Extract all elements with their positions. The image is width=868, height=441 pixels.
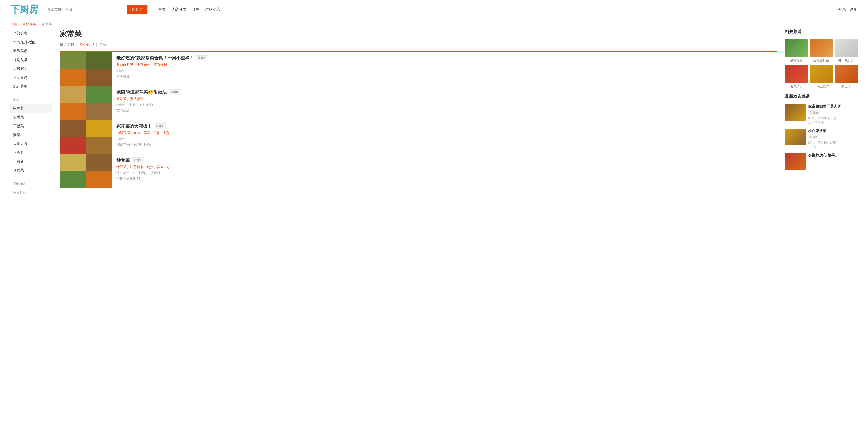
recipe-info-2: 素囧50道家常菜😊附做法 步骤图 家常菜、家常调料 3 做过 （七天内 1 人做…: [112, 86, 777, 120]
recipe-meta-2: 3 做过 （七天内 1 人做过）: [117, 103, 772, 107]
sidebar-item-weekly[interactable]: 本周最受欢迎: [10, 38, 52, 47]
related-thumb-5: [810, 65, 833, 83]
breadcrumb-allcat[interactable]: 全部分类: [22, 22, 36, 26]
recipe-thumb-4: [60, 154, 112, 188]
recipe-badge-2: 步骤图: [169, 89, 181, 95]
latest-recipe-title-1: 家常菜鲳鱼干蒸肉饼: [808, 104, 858, 109]
logo-fang: 房: [29, 4, 38, 14]
filter-popular[interactable]: 最受欢迎: [80, 43, 94, 47]
sidebar-item-allcat[interactable]: 全部分类: [10, 29, 52, 38]
sidebar-item-homecook[interactable]: 家常菜: [10, 104, 52, 113]
logo-xia: 下: [10, 4, 20, 14]
recipe-list: 最好吃的9款家常菜合集！一周不重样！ 步骤图 番茄肉片汤、土豆肉丝、葱香虾球、……: [60, 52, 777, 188]
related-item-5[interactable]: 干锅土豆片: [810, 65, 833, 89]
recipe-thumb-1: [60, 52, 112, 86]
latest-author-2: 下用户f: [808, 145, 858, 149]
recipe-ingredients-1: 番茄肉片汤、土豆肉丝、葱香虾球、…: [117, 63, 772, 67]
recipe-meta-4: 综合评分 8.3 （七天内 1 人做过）: [117, 171, 772, 175]
breadcrumb-current: 家常菜: [42, 22, 52, 26]
sidebar-item-drinkdish[interactable]: 下酒菜: [10, 148, 52, 157]
sidebar-item-bigfish[interactable]: 大鱼大肉: [10, 139, 52, 148]
breadcrumb-home[interactable]: 首页: [10, 22, 17, 26]
recipe-meta-3: 1 做过: [117, 137, 772, 141]
sidebar-item-headlines[interactable]: 往期头条: [10, 56, 52, 64]
latest-info-2: 小白家常菜 步骤图 鸡蛋、西红柿、胡萝… 下用户f: [808, 129, 858, 149]
related-label-5: 干锅土豆片: [810, 84, 833, 89]
latest-thumb-1: [785, 104, 806, 121]
recipe-meta-1: 3 做过: [117, 69, 772, 73]
filter-rating[interactable]: 评分: [99, 43, 106, 47]
recipe-info-4: 炒合菜 步骤图 绿豆芽、红薯粉条、鸡蛋、蒜末、小… 综合评分 8.3 （七天内 …: [112, 154, 777, 188]
sidebar-item-newrecipes[interactable]: 新秀菜谱: [10, 47, 52, 56]
recipe-thumb-3: [60, 120, 112, 154]
related-title: 相关菜谱: [785, 29, 858, 36]
latest-ingredients-1: 鲳鱼、猪梅头肉、盐…: [808, 116, 858, 121]
recipe-badge-3: 步骤图: [154, 123, 166, 129]
nav-category[interactable]: 菜谱分类: [171, 7, 187, 12]
related-label-4: 宫保鸡丁: [785, 84, 808, 89]
related-label-3: 佛手观音莲: [835, 59, 858, 63]
latest-info-3: 尖椒炒鸡心-快手…: [808, 153, 858, 170]
recipe-item-2[interactable]: 素囧50道家常菜😊附做法 步骤图 家常菜、家常调料 3 做过 （七天内 1 人做…: [60, 86, 777, 120]
filter-tabs: 最近流行 | 最受欢迎 | 评分: [60, 43, 777, 47]
latest-item-2[interactable]: 小白家常菜 步骤图 鸡蛋、西红柿、胡萝… 下用户f: [785, 129, 858, 149]
related-item-3[interactable]: 佛手观音莲: [835, 39, 858, 63]
recipe-ingredients-2: 家常菜、家常调料: [117, 97, 772, 101]
latest-ingredients-2: 鸡蛋、西红柿、胡萝…: [808, 140, 858, 145]
main-container: 全部分类 本周最受欢迎 新秀菜谱 往期头条 厨房101 月度最佳 流行菜单 * …: [0, 29, 868, 197]
logo[interactable]: 下厨房: [10, 3, 38, 16]
recipe-info-1: 最好吃的9款家常菜合集！一周不重样！ 步骤图 番茄肉片汤、土豆肉丝、葱香虾球、……: [112, 52, 777, 86]
related-thumb-2: [810, 39, 833, 58]
related-item-4[interactable]: 宫保鸡丁: [785, 65, 808, 89]
latest-thumb-2: [785, 129, 806, 145]
recipe-ingredients-4: 绿豆芽、红薯粉条、鸡蛋、蒜末、小…: [117, 165, 772, 169]
related-grid: 翠竹报春 爆炒金针菇 佛手观音莲 宫保鸡丁: [785, 39, 858, 89]
sidebar-occasion-title: * 特殊场合: [10, 179, 52, 188]
recipe-badge-4: 步骤图: [132, 158, 144, 163]
recipe-item-4[interactable]: 炒合菜 步骤图 绿豆芽、红薯粉条、鸡蛋、蒜末、小… 综合评分 8.3 （七天内 …: [60, 154, 777, 188]
sidebar-item-creative[interactable]: 创意菜: [10, 166, 52, 175]
sidebar-item-monthly[interactable]: 月度最佳: [10, 73, 52, 82]
related-label-6: 炒三丁: [835, 84, 858, 89]
recipe-info-3: 家常菜的天花板！ 步骤图 内脂豆腐、肉沫、蒜蓉、生抽、蚝油… 1 做过 我是猪妹…: [112, 120, 777, 154]
recipe-title-2: 素囧50道家常菜😊附做法 步骤图: [117, 89, 772, 95]
nav-works[interactable]: 作品动态: [205, 7, 220, 12]
latest-info-1: 家常菜鲳鱼干蒸肉饼 步骤图 鲳鱼、猪梅头肉、盐… 二毛的哥哥: [808, 104, 858, 125]
related-item-6[interactable]: 炒三丁: [835, 65, 858, 89]
recipe-item-3[interactable]: 家常菜的天花板！ 步骤图 内脂豆腐、肉沫、蒜蓉、生抽、蚝油… 1 做过 我是猪妹…: [60, 120, 777, 154]
latest-item-3[interactable]: 尖椒炒鸡心-快手…: [785, 153, 858, 170]
recipe-thumb-2: [60, 86, 112, 120]
filter-recent[interactable]: 最近流行: [60, 43, 74, 47]
related-item-2[interactable]: 爆炒金针菇: [810, 39, 833, 63]
recipe-badge-1: 步骤图: [196, 55, 208, 61]
recipe-item-1[interactable]: 最好吃的9款家常菜合集！一周不重样！ 步骤图 番茄肉片汤、土豆肉丝、葱香虾球、……: [60, 52, 777, 86]
latest-recipe-title-2: 小白家常菜: [808, 129, 858, 134]
breadcrumb-sep1: ›: [19, 22, 21, 26]
latest-recipe-title-3: 尖椒炒鸡心-快手…: [808, 153, 858, 158]
sidebar-item-light[interactable]: 小清新: [10, 157, 52, 166]
related-thumb-6: [835, 65, 858, 83]
recipe-author-2: 慈心蔬素: [117, 108, 772, 113]
main-nav: 首页 菜谱分类 菜单 作品动态: [158, 7, 220, 12]
sidebar-food-title: * 特色食品: [10, 188, 52, 197]
sidebar-item-ricedish[interactable]: 下饭菜: [10, 122, 52, 131]
login-link[interactable]: 登录: [838, 7, 846, 12]
sidebar-item-quickcook[interactable]: 快手菜: [10, 113, 52, 122]
sidebar-item-kitchen101[interactable]: 厨房101: [10, 64, 52, 73]
recipe-author-4: 吃饱再减肥啊77: [117, 176, 772, 181]
register-link[interactable]: 注册: [850, 7, 858, 12]
search-input[interactable]: [44, 5, 127, 14]
nav-home[interactable]: 首页: [158, 7, 166, 12]
sidebar-item-veg[interactable]: 素菜: [10, 131, 52, 139]
recipe-author-1: 胖鱼美食: [117, 74, 772, 79]
search-bar: 搜菜谱: [44, 5, 148, 14]
latest-item-1[interactable]: 家常菜鲳鱼干蒸肉饼 步骤图 鲳鱼、猪梅头肉、盐… 二毛的哥哥: [785, 104, 858, 125]
related-item-1[interactable]: 翠竹报春: [785, 39, 808, 63]
sidebar: 全部分类 本周最受欢迎 新秀菜谱 往期头条 厨房101 月度最佳 流行菜单 * …: [10, 29, 52, 197]
recipe-author-3: 我是猪妹的妈妈叫SA妹: [117, 142, 772, 147]
latest-section: 最新发布菜谱 家常菜鲳鱼干蒸肉饼 步骤图 鲳鱼、猪梅头肉、盐… 二毛的哥哥 小白…: [785, 94, 858, 170]
nav-menu[interactable]: 菜单: [192, 7, 199, 12]
related-thumb-1: [785, 39, 808, 58]
search-button[interactable]: 搜菜谱: [127, 5, 147, 14]
sidebar-item-trending[interactable]: 流行菜单: [10, 82, 52, 91]
